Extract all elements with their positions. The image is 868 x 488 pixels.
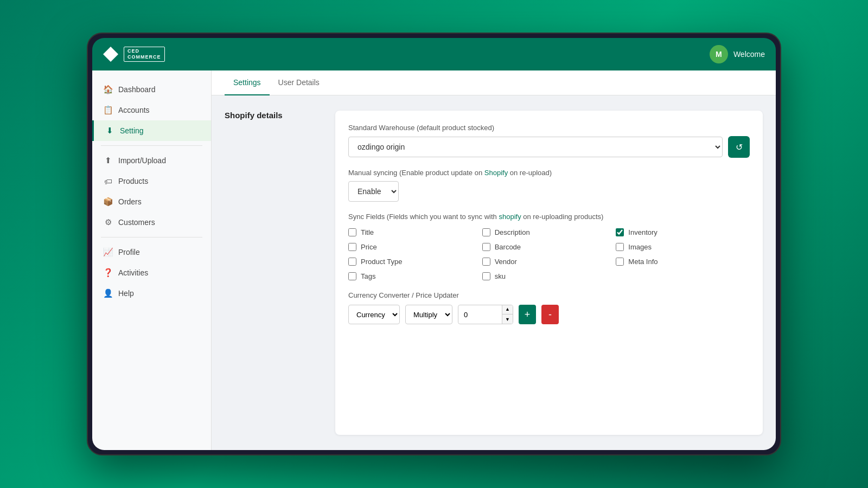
tablet-inner: CED COMMERCE M Welcome 🏠 Dashboard [92, 38, 776, 450]
checkbox-item-inventory[interactable]: Inventory [616, 228, 750, 236]
add-currency-button[interactable]: + [519, 305, 536, 324]
currency-select[interactable]: Currency [348, 305, 400, 324]
warehouse-select-row: ozdingo origin ↺ [348, 136, 750, 158]
checkbox-item-barcode[interactable]: Barcode [482, 243, 616, 251]
import-icon: ⬆ [103, 156, 113, 165]
checkbox-barcode[interactable] [482, 243, 490, 251]
currency-number-input: ▲ ▼ [458, 305, 513, 324]
currency-decrement-btn[interactable]: ▼ [502, 314, 513, 324]
checkbox-item-tags[interactable]: Tags [348, 272, 482, 280]
accounts-icon: 📋 [103, 105, 113, 115]
manual-sync-select[interactable]: Enable Disable [348, 181, 399, 202]
sidebar-item-dashboard[interactable]: 🏠 Dashboard [92, 79, 211, 100]
checkbox-item-description[interactable]: Description [482, 228, 616, 236]
welcome-label: Welcome [733, 50, 765, 59]
checkbox-item-meta-info[interactable]: Meta Info [616, 258, 750, 266]
sidebar-item-activities[interactable]: ❓ Activities [92, 262, 211, 283]
checkbox-label-barcode: Barcode [495, 243, 521, 251]
warehouse-group: Standard Warehouse (default product stoc… [348, 124, 750, 158]
tab-settings[interactable]: Settings [225, 70, 270, 95]
orders-icon: 📦 [103, 197, 113, 207]
logo-line1: CED [127, 48, 161, 54]
currency-title: Currency Converter / Price Updater [348, 291, 750, 299]
sidebar-label-dashboard: Dashboard [118, 85, 156, 94]
checkbox-label-sku: sku [495, 272, 506, 280]
checkbox-item-price[interactable]: Price [348, 243, 482, 251]
settings-form: Standard Warehouse (default product stoc… [335, 111, 763, 435]
sidebar-label-profile: Profile [118, 248, 140, 256]
checkbox-label-price: Price [361, 243, 377, 251]
checkbox-product-type[interactable] [348, 258, 356, 266]
currency-value-input[interactable] [458, 307, 502, 323]
sidebar-section-mid: ⬆ Import/Upload 🏷 Products 📦 Orders ⚙ Cu… [92, 150, 211, 233]
sidebar-label-setting: Setting [120, 126, 144, 135]
manual-sync-label: Manual syncing (Enable product update on… [348, 169, 750, 177]
checkbox-inventory[interactable] [616, 228, 624, 236]
sync-fields-label: Sync Fields (Fields which you want to sy… [348, 213, 750, 221]
sidebar-item-customers[interactable]: ⚙ Customers [92, 212, 211, 233]
content-area: Settings User Details Shopify details St… [212, 70, 776, 450]
checkbox-title[interactable] [348, 228, 356, 236]
app-header: CED COMMERCE M Welcome [92, 38, 776, 70]
sidebar-item-setting[interactable]: ⬇ Setting [92, 120, 211, 141]
currency-row: Currency Multiply ▲ ▼ [348, 305, 750, 324]
checkbox-label-meta-info: Meta Info [628, 258, 658, 266]
tablet-frame: CED COMMERCE M Welcome 🏠 Dashboard [87, 33, 781, 455]
checkbox-sku[interactable] [482, 272, 490, 280]
checkbox-vendor[interactable] [482, 258, 490, 266]
sidebar-section-top: 🏠 Dashboard 📋 Accounts ⬇ Setting [92, 79, 211, 141]
sidebar-label-accounts: Accounts [118, 106, 150, 114]
main-area: 🏠 Dashboard 📋 Accounts ⬇ Setting [92, 70, 776, 450]
checkbox-label-images: Images [628, 243, 652, 251]
checkbox-label-inventory: Inventory [628, 228, 657, 236]
checkbox-item-product-type[interactable]: Product Type [348, 258, 482, 266]
sidebar-label-activities: Activities [118, 268, 148, 277]
multiply-select[interactable]: Multiply [405, 305, 452, 324]
checkboxes-grid: Title Description Inventory [348, 228, 750, 280]
checkbox-item-images[interactable]: Images [616, 243, 750, 251]
checkbox-price[interactable] [348, 243, 356, 251]
sidebar-label-orders: Orders [118, 197, 142, 206]
checkbox-label-title: Title [361, 228, 374, 236]
sidebar-item-accounts[interactable]: 📋 Accounts [92, 100, 211, 120]
sidebar-section-bottom: 📈 Profile ❓ Activities 👤 Help [92, 242, 211, 304]
tab-user-details[interactable]: User Details [270, 70, 328, 95]
checkbox-label-vendor: Vendor [495, 258, 517, 266]
logo-line2: COMMERCE [127, 54, 161, 60]
products-icon: 🏷 [103, 176, 113, 186]
checkbox-label-tags: Tags [361, 272, 375, 280]
logo-area: CED COMMERCE [103, 47, 165, 62]
remove-currency-button[interactable]: - [541, 305, 559, 324]
warehouse-label: Standard Warehouse (default product stoc… [348, 124, 750, 132]
currency-increment-btn[interactable]: ▲ [502, 305, 513, 314]
logo-text-box: CED COMMERCE [124, 47, 165, 62]
manual-sync-group: Manual syncing (Enable product update on… [348, 169, 750, 202]
sidebar-item-orders[interactable]: 📦 Orders [92, 191, 211, 212]
sync-fields-group: Sync Fields (Fields which you want to sy… [348, 213, 750, 280]
settings-label-col: Shopify details [225, 111, 322, 435]
checkbox-meta-info[interactable] [616, 258, 624, 266]
sidebar-item-profile[interactable]: 📈 Profile [92, 242, 211, 262]
home-icon: 🏠 [103, 85, 113, 94]
checkbox-item-title[interactable]: Title [348, 228, 482, 236]
checkbox-label-description: Description [495, 228, 530, 236]
checkbox-label-product-type: Product Type [361, 258, 402, 266]
settings-body: Shopify details Standard Warehouse (defa… [212, 95, 776, 450]
shopify-link[interactable]: Shopify [484, 169, 508, 177]
header-right: M Welcome [710, 45, 765, 63]
sidebar-label-customers: Customers [118, 218, 155, 227]
checkbox-description[interactable] [482, 228, 490, 236]
avatar: M [710, 45, 728, 63]
refresh-button[interactable]: ↺ [728, 136, 750, 158]
checkbox-tags[interactable] [348, 272, 356, 280]
checkbox-item-sku[interactable]: sku [482, 272, 616, 280]
sidebar-item-products[interactable]: 🏷 Products [92, 171, 211, 191]
checkbox-images[interactable] [616, 243, 624, 251]
warehouse-select[interactable]: ozdingo origin [348, 137, 723, 157]
sidebar-divider-1 [101, 145, 202, 146]
sidebar-item-help[interactable]: 👤 Help [92, 283, 211, 304]
sidebar-item-import[interactable]: ⬆ Import/Upload [92, 150, 211, 171]
sidebar-divider-2 [101, 237, 202, 237]
section-title: Shopify details [225, 111, 322, 120]
checkbox-item-vendor[interactable]: Vendor [482, 258, 616, 266]
